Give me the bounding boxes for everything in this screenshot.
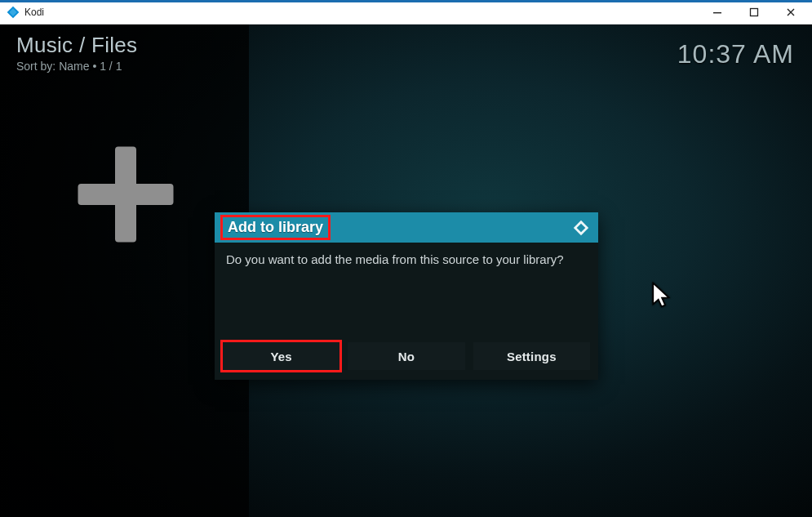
dialog-title-highlight: Add to library — [223, 217, 328, 238]
no-button[interactable]: No — [348, 342, 464, 370]
dialog-actions: Yes No Settings — [215, 342, 598, 380]
title-bar-accent — [0, 0, 812, 2]
dialog-message: Do you want to add the media from this s… — [215, 243, 598, 342]
window-title-bar: Kodi — [0, 0, 812, 25]
window-controls — [699, 1, 809, 24]
dialog-header: Add to library — [215, 212, 598, 243]
settings-button[interactable]: Settings — [473, 342, 590, 370]
minimize-button[interactable] — [699, 1, 735, 24]
modal-overlay: Add to library Do you want to add the me… — [0, 25, 812, 517]
add-to-library-dialog: Add to library Do you want to add the me… — [215, 212, 598, 380]
app-viewport: Music / Files Sort by: Name • 1 / 1 10:3… — [0, 25, 812, 517]
close-button[interactable] — [772, 1, 809, 24]
kodi-logo-icon — [572, 219, 590, 237]
svg-rect-0 — [713, 12, 721, 13]
window-title: Kodi — [24, 7, 44, 18]
kodi-logo-icon — [7, 6, 20, 19]
yes-button[interactable]: Yes — [223, 342, 339, 370]
svg-rect-1 — [750, 8, 757, 16]
dialog-title: Add to library — [228, 219, 323, 235]
maximize-button[interactable] — [735, 1, 772, 24]
